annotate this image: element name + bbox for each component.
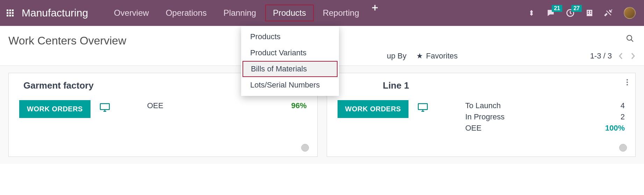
svg-rect-10 [372,7,378,8]
svg-point-20 [627,79,628,81]
tools-icon[interactable] [604,8,613,18]
stat-in-progress[interactable]: In Progress 2 [465,111,625,123]
activities-icon[interactable]: 27 [566,8,575,18]
svg-rect-23 [418,104,427,110]
company-icon[interactable] [585,9,594,17]
nav-right-icons: 21 27 [527,7,636,19]
workcenter-card-line1[interactable]: Line 1 WORK ORDERS To Launch 4 In Progre… [327,73,636,157]
svg-rect-0 [7,9,8,11]
status-dot[interactable] [301,144,309,152]
svg-rect-14 [588,11,589,12]
svg-point-11 [531,10,532,12]
svg-rect-15 [590,11,591,12]
dropdown-item-variants[interactable]: Product Variants [241,45,339,61]
favorites-button[interactable]: Favorites [416,51,457,61]
status-dot[interactable] [619,144,627,152]
monitor-icon[interactable] [418,103,428,112]
svg-rect-3 [7,12,8,14]
svg-rect-1 [9,9,11,11]
svg-rect-19 [100,104,109,110]
dropdown-item-products[interactable]: Products [241,29,339,45]
svg-rect-4 [9,12,11,14]
nav-reporting[interactable]: Reporting [315,5,367,21]
dropdown-item-bom[interactable]: Bills of Materials [243,61,338,77]
stat-oee[interactable]: OEE 100% [465,123,625,134]
svg-point-18 [627,35,632,40]
svg-rect-16 [588,13,589,14]
stat-to-launch[interactable]: To Launch 4 [465,100,625,111]
svg-rect-13 [587,10,592,16]
monitor-icon[interactable] [100,103,110,112]
user-avatar[interactable] [624,7,636,19]
svg-rect-5 [12,12,14,14]
nav-add-icon[interactable] [368,5,382,21]
svg-rect-7 [9,15,11,16]
nav-planning[interactable]: Planning [216,5,264,21]
debug-icon[interactable] [527,9,536,17]
nav-products[interactable]: Products [265,5,314,21]
work-orders-button[interactable]: WORK ORDERS [338,100,409,118]
nav-overview[interactable]: Overview [106,5,157,21]
messages-badge: 21 [552,5,562,12]
app-brand[interactable]: Manufacturing [22,7,88,19]
apps-icon[interactable] [6,8,15,18]
card-title: Line 1 [383,80,625,91]
main-nav: Overview Operations Planning Products Re… [106,5,382,21]
svg-rect-2 [12,9,14,11]
stat-oee[interactable]: OEE 96% [147,100,307,111]
group-by-button[interactable]: up By [387,51,406,61]
nav-operations[interactable]: Operations [158,5,214,21]
svg-point-21 [627,82,628,83]
svg-rect-6 [7,15,8,16]
work-orders-button[interactable]: WORK ORDERS [19,100,91,118]
pager-next-icon[interactable] [630,52,636,60]
products-dropdown: Products Product Variants Bills of Mater… [241,26,339,96]
search-icon[interactable] [626,26,644,43]
card-stats: To Launch 4 In Progress 2 OEE 100% [465,100,625,134]
activities-badge: 27 [571,5,582,12]
svg-rect-17 [590,13,591,14]
svg-rect-8 [12,15,14,16]
dropdown-item-lots[interactable]: Lots/Serial Numbers [241,77,339,93]
messages-icon[interactable]: 21 [546,8,555,18]
card-stats: OEE 96% [147,100,307,111]
pager: 1-3 / 3 [590,51,636,61]
svg-point-22 [627,84,628,85]
pager-prev-icon[interactable] [618,52,624,60]
kebab-icon[interactable] [626,79,628,86]
pager-text: 1-3 / 3 [590,51,612,61]
top-navbar: Manufacturing Overview Operations Planni… [0,0,644,26]
